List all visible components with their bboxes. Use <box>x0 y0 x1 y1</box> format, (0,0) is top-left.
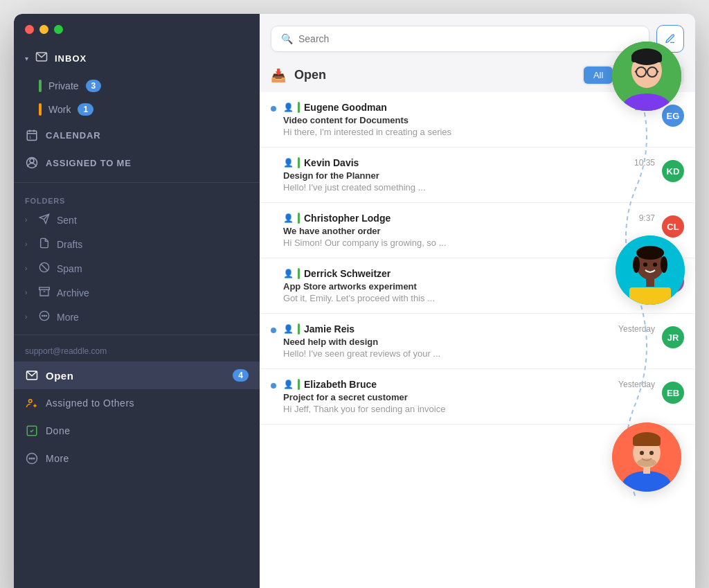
app-window: ▾ INBOX Private 3 Work <box>14 14 695 588</box>
preview-4: Got it, Emily. Let's proceed with this .… <box>283 293 655 303</box>
sidebar-item-done[interactable]: Done <box>14 417 260 445</box>
sidebar-item-work[interactable]: Work 1 <box>28 98 260 121</box>
more-chevron-icon: › <box>25 313 32 321</box>
spam-icon <box>39 262 50 275</box>
time-2: 10:35 <box>634 158 655 168</box>
svg-point-6 <box>30 159 34 163</box>
email-content-4: 👤 Derrick Schweitzer Yesterday App Store… <box>283 268 655 303</box>
sent-icon <box>39 213 50 226</box>
sidebar-item-more-shared[interactable]: More <box>14 445 260 472</box>
svg-point-24 <box>29 458 30 459</box>
sender-3: Christopher Lodge <box>304 213 635 224</box>
preview-2: Hello! I've just created something ... <box>283 182 655 193</box>
spam-label: Spam <box>57 263 82 274</box>
minimize-button[interactable] <box>39 25 48 34</box>
sidebar-item-assigned-others[interactable]: Assigned to Others <box>14 389 260 417</box>
svg-point-26 <box>33 458 35 459</box>
person-icon-2: 👤 <box>283 158 294 168</box>
more-shared-label: More <box>46 453 249 464</box>
email-item-2[interactable]: 👤 Kevin Davis 10:35 Design for the Plann… <box>260 148 695 203</box>
inbox-toggle[interactable]: ▾ INBOX <box>14 42 260 74</box>
priority-bar-4 <box>298 268 300 279</box>
svg-point-16 <box>42 315 43 316</box>
email-content-5: 👤 Jamie Reis Yesterday Need help with de… <box>283 323 655 359</box>
svg-text:1: 1 <box>29 135 31 139</box>
inbox-icon <box>35 51 48 66</box>
sidebar-item-more[interactable]: › More <box>14 305 260 329</box>
email-top-6: 👤 Elizabeth Bruce Yesterday <box>283 379 655 390</box>
search-icon: 🔍 <box>281 33 293 44</box>
drafts-icon <box>39 238 50 251</box>
assigned-others-label: Assigned to Others <box>46 398 249 409</box>
maximize-button[interactable] <box>54 25 63 34</box>
priority-bar-5 <box>298 323 300 335</box>
sidebar-item-open[interactable]: Open 4 <box>14 362 260 389</box>
email-content-6: 👤 Elizabeth Bruce Yesterday Project for … <box>283 379 655 414</box>
open-badge: 4 <box>233 369 249 382</box>
top-bar: 🔍 <box>260 14 695 58</box>
search-box: 🔍 <box>271 26 649 52</box>
titlebar <box>14 14 260 39</box>
sender-6: Elizabeth Bruce <box>304 379 614 390</box>
assigned-icon <box>25 156 39 170</box>
sidebar-nav: ▾ INBOX Private 3 Work <box>14 39 260 588</box>
open-label: Open <box>46 370 226 382</box>
email-list: 👤 Eugene Goodman 11:59 Video content for… <box>260 92 695 588</box>
open-list-icon: 📥 <box>271 68 286 83</box>
email-content-1: 👤 Eugene Goodman 11:59 Video content for… <box>283 102 655 137</box>
search-input[interactable] <box>298 33 639 44</box>
divider-1 <box>14 182 260 183</box>
tab-unassigned[interactable]: Unassigned <box>616 66 683 84</box>
email-top-2: 👤 Kevin Davis 10:35 <box>283 157 655 168</box>
done-label: Done <box>46 425 249 436</box>
assigned-others-icon <box>25 396 39 410</box>
email-content-2: 👤 Kevin Davis 10:35 Design for the Plann… <box>283 157 655 193</box>
account-label: support@readdle.com <box>14 341 260 362</box>
subject-2: Design for the Planner <box>283 170 655 181</box>
sidebar-item-private[interactable]: Private 3 <box>28 74 260 98</box>
svg-point-19 <box>29 400 33 403</box>
work-label: Work <box>48 104 71 115</box>
search-row: 🔍 <box>271 25 684 53</box>
archive-label: Archive <box>57 287 89 299</box>
priority-bar-3 <box>298 213 300 224</box>
sent-chevron-icon: › <box>25 216 32 224</box>
preview-6: Hi Jeff, Thank you for sending an invoic… <box>283 404 655 414</box>
avatar-5: JR <box>662 326 684 348</box>
more-shared-icon <box>25 452 39 465</box>
private-label: Private <box>48 80 79 91</box>
sidebar-item-assigned[interactable]: ASSIGNED TO ME <box>14 149 260 177</box>
spam-chevron-icon: › <box>25 265 32 272</box>
avatar-3: CL <box>662 215 684 238</box>
email-content-3: 👤 Christopher Lodge 9:37 We have another… <box>283 213 655 248</box>
email-item-5[interactable]: 👤 Jamie Reis Yesterday Need help with de… <box>260 314 695 369</box>
sidebar-item-spam[interactable]: › Spam <box>14 256 260 280</box>
svg-rect-1 <box>27 131 37 141</box>
inbox-sub-items: Private 3 Work 1 <box>14 74 260 121</box>
chevron-down-icon: ▾ <box>25 55 28 62</box>
priority-bar-6 <box>298 379 300 390</box>
email-item-6[interactable]: 👤 Elizabeth Bruce Yesterday Project for … <box>260 369 695 425</box>
email-item-3[interactable]: 👤 Christopher Lodge 9:37 We have another… <box>260 203 695 258</box>
calendar-icon: 1 <box>25 128 39 142</box>
svg-point-15 <box>44 315 44 316</box>
email-item-4[interactable]: 👤 Derrick Schweitzer Yesterday App Store… <box>260 258 695 314</box>
email-top-5: 👤 Jamie Reis Yesterday <box>283 323 655 335</box>
time-3: 9:37 <box>639 213 655 223</box>
sidebar-item-archive[interactable]: › Archive <box>14 280 260 305</box>
subject-3: We have another order <box>283 226 655 236</box>
compose-button[interactable] <box>656 25 684 53</box>
email-item-1[interactable]: 👤 Eugene Goodman 11:59 Video content for… <box>260 92 695 148</box>
email-list-header: 📥 Open All Unassigned <box>260 58 695 92</box>
subject-1: Video content for Documents <box>283 115 655 125</box>
sidebar-item-drafts[interactable]: › Drafts <box>14 232 260 256</box>
assigned-label: ASSIGNED TO ME <box>46 158 249 168</box>
unread-dot-1 <box>271 106 276 112</box>
priority-bar-2 <box>298 157 300 168</box>
filter-tabs: All Unassigned <box>582 65 684 85</box>
tab-all[interactable]: All <box>584 66 613 84</box>
sidebar-item-sent[interactable]: › Sent <box>14 208 260 232</box>
private-badge: 3 <box>86 80 102 92</box>
sidebar-item-calendar[interactable]: 1 CALENDAR <box>14 121 260 149</box>
close-button[interactable] <box>25 25 34 34</box>
